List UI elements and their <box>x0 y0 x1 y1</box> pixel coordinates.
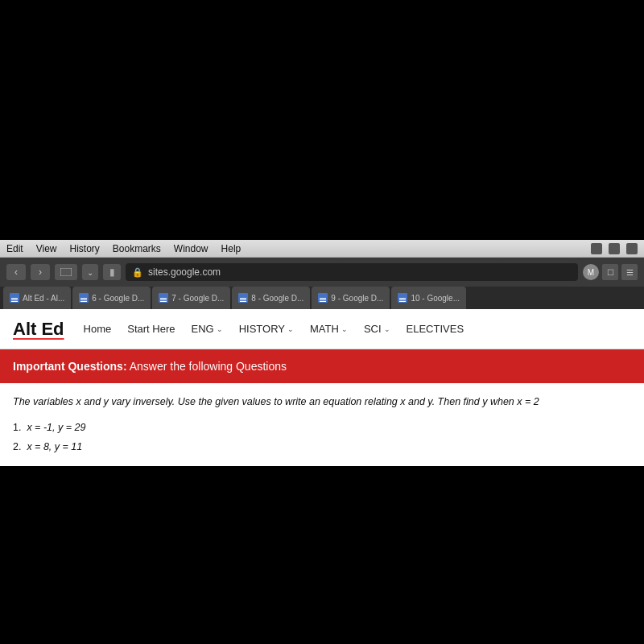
browser-chrome: ‹ › ⌄ ▮ 🔒 sites.google.com M ☐ ☰ Alt Ed … <box>0 258 644 309</box>
nav-start-here[interactable]: Start Here <box>127 323 175 335</box>
tab-dropdown-button[interactable]: ⌄ <box>82 264 98 280</box>
browser-tabs: Alt Ed - Al... 6 - Google D... 7 - Googl… <box>0 287 644 309</box>
answer-2-text: x = 8, y = 11 <box>27 441 82 452</box>
address-bar[interactable]: 🔒 sites.google.com <box>126 263 578 281</box>
content-area: The variables x and y vary inversely. Us… <box>0 383 644 466</box>
nav-math-arrow: ⌄ <box>341 325 348 333</box>
tab-icon-4 <box>318 293 328 303</box>
site-navbar: Alt Ed Home Start Here ENG ⌄ HISTORY ⌄ M… <box>0 309 644 349</box>
browser-right-icons: M ☐ ☰ <box>583 264 638 280</box>
browser-toolbar: ‹ › ⌄ ▮ 🔒 sites.google.com M ☐ ☰ <box>0 258 644 287</box>
menu-item-history[interactable]: History <box>69 243 99 254</box>
tab-icon-3 <box>238 293 248 303</box>
tab-5[interactable]: 10 - Google... <box>391 287 466 309</box>
extension-icon-2[interactable]: ☰ <box>621 264 638 280</box>
lock-icon: 🔒 <box>132 267 143 278</box>
banner-bold: Important Questions: <box>13 360 127 373</box>
menu-item-bookmarks[interactable]: Bookmarks <box>113 243 161 254</box>
website-content: Alt Ed Home Start Here ENG ⌄ HISTORY ⌄ M… <box>0 309 644 466</box>
tab-0[interactable]: Alt Ed - Al... <box>3 287 71 309</box>
tab-4[interactable]: 9 - Google D... <box>312 287 390 309</box>
answer-1: 1. x = -1, y = 29 <box>13 419 631 436</box>
tab-3[interactable]: 8 - Google D... <box>232 287 310 309</box>
nav-home[interactable]: Home <box>84 323 112 335</box>
answer-1-text: x = -1, y = 29 <box>27 422 85 433</box>
menu-item-window[interactable]: Window <box>174 243 208 254</box>
nav-electives[interactable]: ELECTIVES <box>407 323 464 335</box>
tab-label-1: 6 - Google D... <box>92 294 144 303</box>
tab-icon-1 <box>79 293 89 303</box>
nav-eng-arrow: ⌄ <box>217 325 223 333</box>
menu-item-view[interactable]: View <box>36 243 57 254</box>
nav-math[interactable]: MATH ⌄ <box>310 323 348 335</box>
nav-history[interactable]: HISTORY ⌄ <box>239 323 294 335</box>
profile-icon[interactable]: M <box>583 264 599 280</box>
tab-label-3: 8 - Google D... <box>251 294 303 303</box>
menubar-icon-1 <box>591 243 602 254</box>
answer-1-num: 1. <box>13 422 21 433</box>
site-nav-items: Home Start Here ENG ⌄ HISTORY ⌄ MATH ⌄ S… <box>84 323 464 335</box>
question-intro-text: The variables x and y vary inversely. Us… <box>13 394 631 410</box>
nav-sci-arrow: ⌄ <box>384 325 390 333</box>
answer-2: 2. x = 8, y = 11 <box>13 439 631 455</box>
banner-rest: Answer the following Questions <box>127 360 287 373</box>
banner-text: Important Questions: Answer the followin… <box>13 360 287 373</box>
tab-label-5: 10 - Google... <box>411 294 460 303</box>
menu-item-edit[interactable]: Edit <box>6 243 23 254</box>
window-view-button[interactable] <box>55 264 77 280</box>
tab-label-0: Alt Ed - Al... <box>23 294 64 303</box>
svg-rect-0 <box>60 268 72 276</box>
dark-background: Edit View History Bookmarks Window Help <box>0 0 644 258</box>
tab-icon-2 <box>159 293 168 303</box>
address-text: sites.google.com <box>148 266 221 278</box>
extension-icon-1[interactable]: ☐ <box>602 264 618 280</box>
tab-label-4: 9 - Google D... <box>331 294 383 303</box>
mac-menubar: Edit View History Bookmarks Window Help <box>0 240 644 258</box>
tab-2[interactable]: 7 - Google D... <box>152 287 230 309</box>
menu-item-help[interactable]: Help <box>221 243 242 254</box>
site-logo[interactable]: Alt Ed <box>13 319 64 340</box>
shield-button[interactable]: ▮ <box>103 264 121 280</box>
tab-1[interactable]: 6 - Google D... <box>72 287 151 309</box>
menubar-icon-3 <box>626 243 638 254</box>
back-button[interactable]: ‹ <box>6 264 26 280</box>
nav-eng[interactable]: ENG ⌄ <box>192 323 223 335</box>
tab-icon-0 <box>10 293 19 303</box>
nav-history-arrow: ⌄ <box>287 325 294 333</box>
tab-icon-5 <box>398 293 407 303</box>
nav-sci[interactable]: SCI ⌄ <box>364 323 390 335</box>
question-intro-content: The variables x and y vary inversely. Us… <box>13 396 539 407</box>
forward-button[interactable]: › <box>31 264 50 280</box>
red-banner: Important Questions: Answer the followin… <box>0 349 644 383</box>
menubar-right-icons <box>591 243 638 254</box>
answer-2-num: 2. <box>13 441 21 452</box>
tab-label-2: 7 - Google D... <box>171 294 224 303</box>
menubar-icon-2 <box>609 243 620 254</box>
